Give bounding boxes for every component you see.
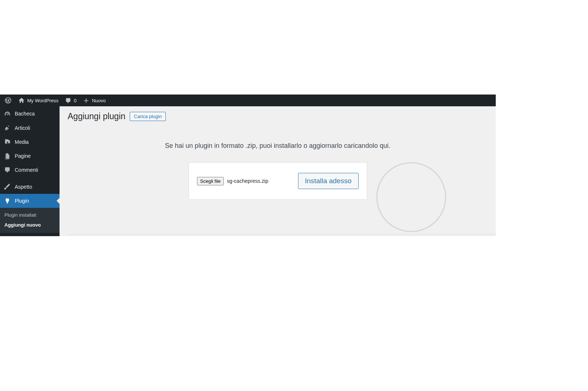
comment-icon (4, 166, 11, 174)
workspace: Bacheca Articoli Media Pagine (0, 106, 496, 236)
main-content: Aggiungi plugin Carica plugin Se hai un … (60, 106, 496, 236)
admin-sidebar: Bacheca Articoli Media Pagine (0, 106, 60, 236)
sidebar-item-label: Bacheca (15, 111, 35, 117)
media-icon (4, 138, 11, 146)
sidebar-submenu-plugins: Plugin installati Aggiungi nuovo (0, 208, 60, 233)
sidebar-item-label: Plugin (15, 198, 29, 204)
submenu-label: Aggiungi nuovo (4, 222, 41, 228)
sidebar-item-label: Articoli (15, 125, 30, 131)
wpadmin-root: My WordPress 0 Nuovo Bacheca (0, 95, 496, 236)
choose-file-button[interactable]: Scegli file (197, 177, 224, 185)
home-icon (18, 97, 25, 104)
admin-toolbar: My WordPress 0 Nuovo (0, 95, 496, 106)
plus-icon (82, 97, 90, 104)
comment-count: 0 (74, 98, 76, 103)
pushpin-icon (4, 124, 11, 132)
selected-filename: sg-cachepress.zip (227, 178, 268, 184)
page-icon (4, 152, 11, 160)
sidebar-item-label: Pagine (15, 153, 31, 159)
install-now-button[interactable]: Installa adesso (298, 173, 359, 189)
sidebar-item-dashboard[interactable]: Bacheca (0, 106, 60, 121)
brush-icon (4, 183, 11, 191)
file-chooser: Scegli file sg-cachepress.zip (197, 177, 268, 185)
upload-instructions: Se hai un plugin in formato .zip, puoi i… (68, 142, 488, 150)
sidebar-item-media[interactable]: Media (0, 135, 60, 149)
sidebar-item-label: Media (15, 139, 29, 145)
page-title: Aggiungi plugin (68, 111, 125, 121)
page-header: Aggiungi plugin Carica plugin (68, 111, 488, 121)
tutorial-highlight-circle (376, 162, 446, 232)
upload-plugin-toggle-button[interactable]: Carica plugin (130, 112, 166, 121)
site-name-link[interactable]: My WordPress (15, 95, 61, 106)
gauge-icon (4, 110, 11, 117)
sidebar-item-pages[interactable]: Pagine (0, 149, 60, 163)
new-content-label: Nuovo (92, 98, 106, 103)
submenu-add-new-plugin[interactable]: Aggiungi nuovo (0, 220, 60, 230)
submenu-label: Plugin installati (4, 212, 36, 218)
sidebar-item-appearance[interactable]: Aspetto (0, 180, 60, 194)
sidebar-item-label: Commenti (15, 167, 38, 173)
divider (68, 234, 496, 235)
upload-form: Scegli file sg-cachepress.zip Installa a… (189, 162, 367, 200)
plug-icon (4, 197, 11, 205)
submenu-installed-plugins[interactable]: Plugin installati (0, 210, 60, 220)
sidebar-item-posts[interactable]: Articoli (0, 121, 60, 135)
sidebar-item-comments[interactable]: Commenti (0, 163, 60, 177)
sidebar-item-label: Aspetto (15, 184, 32, 190)
wordpress-logo-icon (4, 97, 12, 104)
new-content-link[interactable]: Nuovo (79, 95, 109, 106)
site-name-label: My WordPress (27, 98, 58, 103)
comments-link[interactable]: 0 (61, 95, 79, 106)
comment-icon (64, 97, 72, 104)
wp-logo-menu[interactable] (1, 95, 15, 106)
sidebar-item-plugins[interactable]: Plugin (0, 194, 60, 208)
